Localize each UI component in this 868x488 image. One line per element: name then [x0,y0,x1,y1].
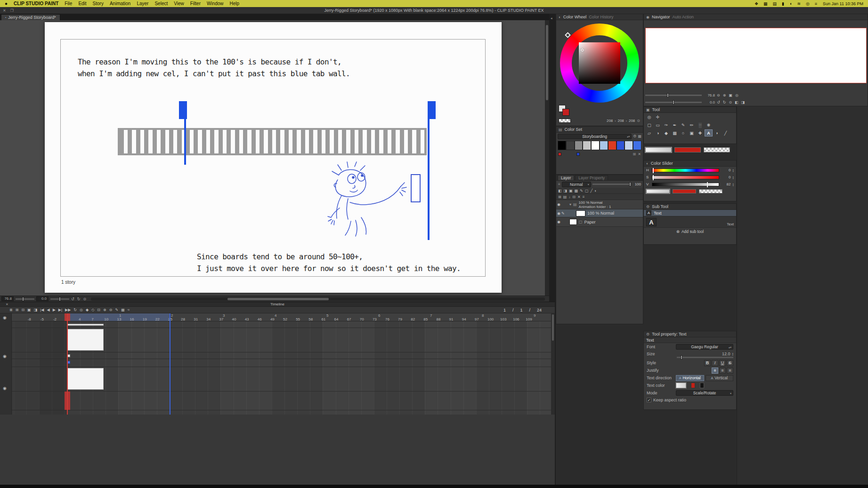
blend-mode-select[interactable]: Normal▾ [562,182,591,187]
current-frame-block[interactable] [65,392,70,410]
apple-menu-icon[interactable]: ● [5,1,8,6]
timeline-ruler[interactable]: 123456789 -8-5-2147101316192225283134374… [12,313,551,321]
maximize-window-icon[interactable]: ❐ [10,8,14,13]
color-set-select[interactable]: Storyboarding▴▾ [558,134,632,139]
blue-marker-tick[interactable] [67,361,70,364]
airbrush-tool[interactable]: ░ [696,121,704,128]
app-menu-title[interactable]: CLIP STUDIO PAINT [14,1,58,6]
slider-sub-color[interactable] [673,189,696,193]
cel-track-row-1[interactable] [12,328,551,352]
tab-auto-action[interactable]: Auto Action [673,15,694,19]
layer-row-cel[interactable]: ◉ ✎ 100 % Normal [556,209,643,217]
sv-cursor[interactable] [581,48,584,52]
slider-transparent[interactable] [699,189,722,193]
ruler-icon[interactable]: ╱ [591,189,593,193]
timeline-menu-icon[interactable]: ≣ [9,308,13,312]
gradient-tool[interactable]: ▩ [671,129,679,136]
outline-icon[interactable]: ▢ [585,189,589,193]
cel-track-row-2[interactable] [12,367,551,392]
lock-transparent-icon[interactable]: ▩ [575,189,578,193]
start-frame-value[interactable]: 1 [520,308,522,312]
new-layer-icon[interactable]: ⊞ [558,195,561,199]
sub-color-bar[interactable] [674,147,701,152]
font-size-value[interactable]: 12.0 [676,352,730,356]
delete-swatch-icon[interactable]: ✕ [638,152,641,156]
menu-item[interactable]: File [65,1,72,6]
tab-navigator[interactable]: Navigator [652,15,670,19]
draft-layer-icon[interactable]: ✎ [580,189,583,193]
color-slider-bar[interactable] [652,176,719,179]
zoom-slider[interactable] [16,298,34,300]
menu-bar-clock[interactable]: Sun Jan 11 10:36 PM [823,1,863,6]
combine-mode-icon[interactable]: ◧ [558,189,562,193]
navigator-preview[interactable] [645,28,867,83]
animation-folder-row[interactable] [12,321,551,328]
main-color-chip[interactable] [562,109,569,116]
color-swatch[interactable] [600,141,608,150]
frame-border-tool[interactable]: ▣ [688,129,696,136]
font-size-slider[interactable] [677,357,733,358]
align-center-icon[interactable]: ≡ [719,368,726,374]
menu-item[interactable]: Filter [190,1,201,6]
folder-cel-strip[interactable] [67,324,104,326]
transparent-color-bar[interactable] [704,147,730,152]
flip-horizontal-icon[interactable]: ◧ [735,100,738,104]
close-window-icon[interactable]: ✕ [3,8,6,13]
transfer-down-icon[interactable]: ↓ [568,195,570,199]
recent-color-chip[interactable] [576,152,580,156]
zoom-value-field[interactable]: 76.8 [1,296,14,301]
transparent-color-chip[interactable] [559,119,571,123]
color-slider-bar[interactable] [652,168,719,172]
rotate-right-icon[interactable]: ↻ [723,100,726,104]
menu-item[interactable]: Animation [110,1,130,6]
recent-color-chip[interactable] [558,152,561,156]
new-cel-icon[interactable]: ▣ [27,308,31,312]
menu-item[interactable]: Select [154,1,168,6]
align-left-icon[interactable]: ≡ [712,368,718,374]
folder-eye-icon[interactable]: ◉ [557,202,560,207]
tab-color-wheel[interactable]: Color Wheel [563,15,587,19]
zoom-out-icon[interactable]: ⊖ [717,93,720,97]
canvas-page[interactable]: The reason I'm moving this to the 100's … [45,22,502,293]
color-slider-bar[interactable] [652,183,719,186]
rotation-slider[interactable] [50,298,69,300]
menu-item[interactable]: Help [230,1,240,6]
rotate-left-icon[interactable]: ↺ [717,100,720,104]
style-button[interactable]: S [727,360,733,366]
color-swatch[interactable] [591,141,600,150]
document-tab[interactable]: ▪ Jerry-Rigged Storyboard* [1,14,60,20]
canvas-horizontal-scrollbar[interactable] [91,297,545,301]
edit-color-set-icon[interactable]: ⚙ [633,134,636,138]
grid-icon[interactable]: ▦ [763,1,768,6]
blend-tool[interactable]: ◑ [654,129,662,136]
clip-at-layer-icon[interactable]: ◨ [564,189,568,193]
cel-eye-icon[interactable]: ◉ [557,211,560,216]
add-sub-tool-button[interactable]: ⊕ Add sub tool [644,228,736,235]
layer-row-folder[interactable]: ◉ ▾ ▤ 100 % Normal Animation folder : 1 [556,200,643,209]
layer-visibility-icon[interactable]: ◉ [3,354,7,359]
menu-item[interactable]: Layer [137,1,148,6]
prev-frame-icon[interactable]: ◀ [47,308,49,312]
battery-icon[interactable]: ▮ [782,1,784,6]
navigator-zoom-slider[interactable] [645,95,702,96]
slider-main-color[interactable] [646,189,670,193]
light-table-icon[interactable]: ▦ [121,308,125,312]
color-mode-icon[interactable]: ⊙ [637,119,640,123]
layer-settings-icon[interactable]: ≡ [583,195,585,199]
zoom-tool[interactable]: ◎ [645,113,653,120]
color-swatch[interactable] [575,141,583,150]
text-direction-toggle[interactable]: AHorizontal [676,375,704,381]
cel-label-row[interactable] [12,352,551,359]
zoom-in-icon[interactable]: ⊕ [723,93,726,97]
lock-layer-icon[interactable]: ▣ [569,189,573,193]
operation-tool[interactable]: ▢ [645,121,653,128]
wifi-icon[interactable]: ≋ [797,1,801,6]
folder-expand-icon[interactable]: ▾ [569,202,571,207]
cel-block-2[interactable] [67,368,104,390]
vertical-scroll-thumb[interactable] [546,25,548,100]
hue-ring[interactable] [560,24,639,103]
layer-row-paper[interactable]: ◉ ▢ Paper [556,217,643,227]
rotation-value-field[interactable]: 0.0 [36,296,49,301]
edit-cel-icon[interactable]: ✎ [115,308,118,312]
color-swatch[interactable] [617,141,625,150]
